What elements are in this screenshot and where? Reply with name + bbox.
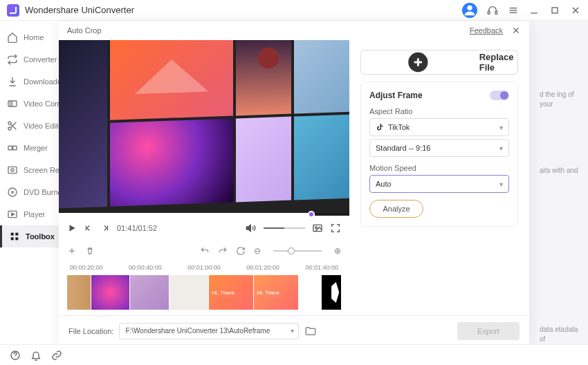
volume-slider[interactable] [264, 227, 305, 229]
analyze-button[interactable]: Analyze [369, 200, 423, 218]
chevron-down-icon: ▾ [291, 327, 294, 335]
sidebar-item-editor[interactable]: Video Editor [0, 115, 59, 137]
svg-rect-26 [15, 237, 18, 240]
sidebar-item-home[interactable]: Home [0, 26, 59, 48]
zoom-in-icon[interactable]: ⊕ [334, 246, 341, 256]
svg-marker-22 [12, 213, 15, 216]
merger-icon [7, 142, 18, 153]
volume-icon[interactable] [246, 223, 257, 234]
background-text: data etadata of [540, 325, 581, 344]
sidebar-item-player[interactable]: Player [0, 203, 59, 225]
svg-rect-7 [552, 8, 558, 13]
footer-bar [0, 344, 588, 365]
maximize-icon[interactable] [549, 5, 560, 16]
compressor-icon [7, 98, 18, 109]
recorder-icon [7, 165, 18, 176]
svg-rect-23 [11, 233, 14, 236]
plus-circle-icon [361, 50, 475, 74]
svg-point-12 [8, 127, 11, 130]
video-preview[interactable] [59, 40, 349, 213]
file-location-select[interactable]: F:\Wondershare UniConverter 13\AutoRefra… [119, 323, 299, 339]
add-marker-icon[interactable] [67, 246, 77, 256]
home-icon [7, 32, 18, 43]
sidebar-item-converter[interactable]: Converter [0, 48, 59, 71]
sidebar-label: Downloader [24, 77, 59, 86]
undo-icon[interactable] [200, 246, 210, 256]
timeline-clip[interactable]: Hi, There. [254, 275, 298, 310]
app-title: Wondershare UniConverter [25, 5, 134, 15]
sidebar-item-compressor[interactable]: Video Compressor [0, 93, 59, 115]
timeline-clip[interactable] [91, 275, 130, 310]
timeline-clip[interactable] [67, 275, 91, 310]
bell-icon[interactable] [30, 350, 42, 361]
fullscreen-icon[interactable] [330, 223, 341, 234]
timeline-clip[interactable] [299, 275, 321, 310]
motion-speed-select[interactable]: Auto▾ [369, 175, 509, 193]
reset-icon[interactable] [236, 246, 246, 256]
sidebar-item-merger[interactable]: Merger [0, 137, 59, 159]
sidebar-item-toolbox[interactable]: Toolbox [0, 225, 59, 247]
export-button[interactable]: Export [457, 322, 520, 340]
timeline-clip[interactable]: Hi, There. [209, 275, 253, 310]
adjust-frame-title: Adjust Frame [369, 91, 423, 100]
redo-icon[interactable] [218, 246, 228, 256]
svg-marker-32 [246, 225, 250, 231]
modal-close-icon[interactable] [511, 26, 521, 35]
toolbox-icon [9, 231, 20, 242]
sidebar-item-downloader[interactable]: Downloader [0, 71, 59, 93]
minimize-icon[interactable] [529, 5, 540, 16]
menu-icon[interactable] [508, 5, 519, 16]
app-logo-icon [7, 4, 19, 17]
svg-point-20 [12, 191, 14, 194]
prev-frame-icon[interactable] [84, 223, 93, 233]
aspect-platform-select[interactable]: TikTok▾ [369, 118, 509, 136]
svg-rect-17 [8, 167, 17, 173]
close-icon[interactable] [570, 5, 581, 16]
sidebar-label: Merger [24, 144, 48, 152]
download-icon [7, 76, 18, 87]
svg-point-0 [467, 5, 472, 10]
time-mark: 00:01:40:00 [305, 264, 338, 271]
aspect-ratio-select[interactable]: Standard -- 9:16▾ [369, 139, 509, 157]
background-text: d the ing of your [540, 90, 581, 109]
titlebar: Wondershare UniConverter [0, 0, 588, 21]
sidebar-label: Toolbox [26, 232, 55, 241]
progress-bar[interactable] [59, 213, 349, 216]
sidebar-item-recorder[interactable]: Screen Recorder [0, 159, 59, 181]
adjust-frame-toggle[interactable] [490, 91, 509, 100]
timeline-clip[interactable] [322, 275, 341, 310]
chevron-down-icon: ▾ [499, 144, 503, 152]
user-avatar-icon[interactable] [462, 3, 477, 18]
delete-icon[interactable] [85, 246, 95, 256]
sidebar-label: Video Compressor [24, 100, 59, 108]
sidebar-item-dvd[interactable]: DVD Burner [0, 181, 59, 203]
zoom-slider[interactable] [273, 250, 322, 252]
background-text: aits with and [540, 166, 581, 176]
aspect-ratio-label: Aspect Ratio [369, 107, 509, 115]
timeline[interactable]: 00:00:20:00 00:00:40:00 00:01:00:00 00:0… [59, 261, 349, 315]
play-icon[interactable] [67, 223, 77, 233]
help-icon[interactable] [10, 350, 21, 361]
sidebar: Home Converter Downloader Video Compress… [0, 21, 59, 344]
zoom-out-icon[interactable]: ⊖ [254, 246, 261, 256]
svg-point-19 [8, 188, 17, 196]
svg-marker-29 [70, 225, 75, 231]
headset-icon[interactable] [487, 5, 498, 16]
feedback-link[interactable]: Feedback [470, 26, 503, 35]
replace-file-button[interactable]: Replace File [360, 50, 518, 75]
svg-rect-1 [488, 11, 490, 14]
link-icon[interactable] [51, 350, 62, 361]
time-mark: 00:00:40:00 [129, 264, 162, 271]
time-display: 01:41/01:52 [117, 224, 157, 232]
dvd-icon [7, 187, 18, 198]
timeline-clip[interactable] [169, 275, 208, 310]
file-location-label: File Location: [68, 327, 113, 335]
time-mark: 00:00:20:00 [70, 264, 103, 271]
open-folder-icon[interactable] [304, 325, 317, 337]
sidebar-label: Video Editor [24, 122, 59, 130]
svg-rect-2 [495, 11, 497, 14]
next-frame-icon[interactable] [100, 223, 110, 233]
sidebar-label: DVD Burner [24, 188, 59, 196]
snapshot-icon[interactable] [312, 223, 323, 234]
timeline-clip[interactable] [130, 275, 169, 310]
